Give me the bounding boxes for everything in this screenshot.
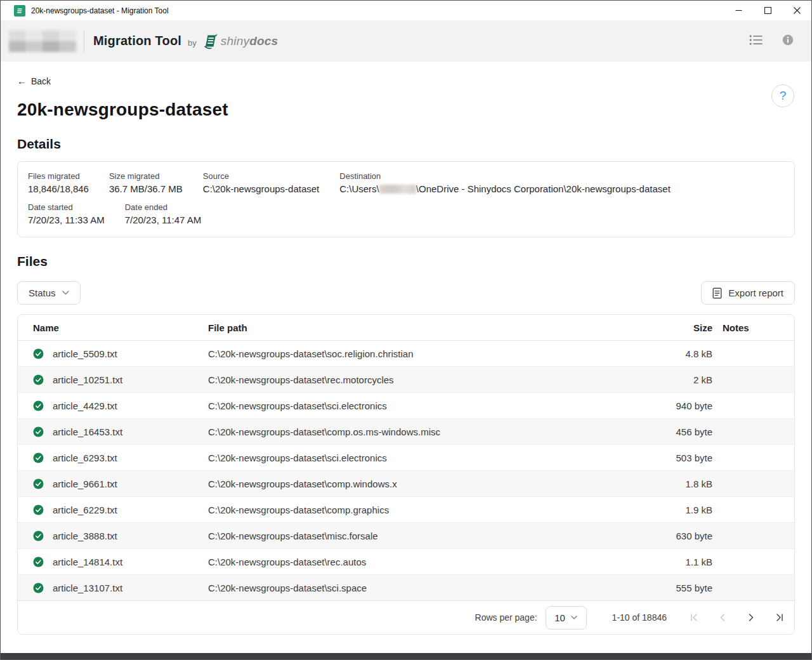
file-size: 1.1 kB [646, 549, 723, 575]
detail-files-migrated: Files migrated 18,846/18,846 [28, 171, 89, 194]
status-filter-dropdown[interactable]: Status [17, 281, 81, 305]
detail-size-migrated: Size migrated 36.7 MB/36.7 MB [109, 171, 183, 194]
file-name: article_3888.txt [53, 531, 117, 541]
app-icon [14, 5, 25, 16]
shinydocs-logo: shinydocs [202, 33, 278, 50]
table-row: article_16453.txt C:\20k-newsgroups-data… [18, 419, 794, 445]
app-title: Migration Tool [93, 34, 181, 48]
files-table-card: Name File path Size Notes [17, 314, 795, 635]
next-page-button[interactable] [745, 611, 757, 624]
file-path: C:\20k-newsgroups-dataset\rec.motorcycle… [208, 367, 646, 393]
file-path: C:\20k-newsgroups-dataset\comp.os.ms-win… [208, 419, 646, 445]
last-page-button[interactable] [773, 611, 786, 624]
rows-per-page-select[interactable]: 10 [546, 606, 587, 630]
file-size: 940 byte [646, 393, 723, 419]
file-path: C:\20k-newsgroups-dataset\sci.space [208, 575, 646, 601]
file-size: 4.8 kB [646, 341, 723, 367]
redacted-username [379, 185, 416, 194]
list-icon[interactable] [749, 34, 763, 48]
app-header: Migration Tool by shinydocs [1, 20, 811, 62]
close-button[interactable] [782, 1, 811, 20]
file-name: article_13107.txt [53, 583, 122, 593]
info-icon[interactable] [782, 34, 794, 48]
success-check-icon [33, 374, 44, 385]
file-size: 630 byte [646, 523, 723, 549]
table-row: article_13107.txt C:\20k-newsgroups-data… [18, 575, 794, 601]
table-row: article_5509.txt C:\20k-newsgroups-datas… [18, 341, 794, 367]
export-report-button[interactable]: Export report [701, 281, 795, 305]
shinydocs-wordmark: shinydocs [221, 34, 278, 48]
help-button[interactable]: ? [771, 84, 794, 107]
file-notes [723, 393, 794, 419]
success-check-icon [33, 452, 44, 463]
details-card: Files migrated 18,846/18,846 Size migrat… [17, 161, 795, 237]
back-link[interactable]: ← Back [17, 76, 51, 86]
table-row: article_3888.txt C:\20k-newsgroups-datas… [18, 523, 794, 549]
file-name: article_14814.txt [53, 557, 122, 567]
detail-destination: Destination C:\Users\\OneDrive - Shinydo… [339, 171, 671, 194]
file-size: 456 byte [646, 419, 723, 445]
first-page-button[interactable] [688, 611, 700, 624]
success-check-icon [33, 531, 44, 541]
export-report-label: Export report [728, 287, 783, 298]
file-notes [723, 445, 794, 471]
question-mark-icon: ? [780, 89, 787, 103]
header-divider [84, 30, 84, 53]
file-size: 503 byte [646, 445, 723, 471]
success-check-icon [33, 426, 44, 437]
file-path: C:\20k-newsgroups-dataset\comp.windows.x [208, 471, 646, 497]
file-notes [723, 419, 794, 445]
back-label: Back [31, 76, 51, 86]
file-name: article_16453.txt [53, 426, 122, 437]
page-title: 20k-newsgroups-dataset [17, 100, 795, 120]
file-notes [723, 523, 794, 549]
file-notes [723, 549, 794, 575]
file-name: article_9661.txt [53, 478, 117, 489]
by-label: by [188, 38, 197, 48]
file-size: 1.9 kB [646, 497, 723, 523]
file-name: article_5509.txt [53, 348, 117, 359]
pagination-range-label: 1-10 of 18846 [612, 612, 667, 623]
file-notes [723, 471, 794, 497]
success-check-icon [33, 478, 44, 489]
column-header-size: Size [646, 315, 723, 341]
file-name: article_4429.txt [53, 400, 117, 411]
app-window: 20k-newsgroups-dataset - Migration Tool … [0, 0, 812, 660]
column-header-path: File path [208, 315, 646, 341]
table-row: article_6229.txt C:\20k-newsgroups-datas… [18, 497, 794, 523]
file-name: article_6229.txt [53, 505, 117, 515]
success-check-icon [33, 505, 44, 515]
file-size: 555 byte [646, 575, 723, 601]
maximize-button[interactable] [753, 1, 782, 20]
main-content: ← Back ? 20k-newsgroups-dataset Details … [1, 62, 811, 659]
chevron-down-icon [62, 291, 69, 295]
file-path: C:\20k-newsgroups-dataset\comp.graphics [208, 497, 646, 523]
file-size: 2 kB [646, 367, 723, 393]
files-table: Name File path Size Notes [18, 315, 794, 600]
document-icon [712, 287, 722, 299]
table-row: article_14814.txt C:\20k-newsgroups-data… [18, 549, 794, 575]
files-heading: Files [17, 254, 795, 269]
table-row: article_10251.txt C:\20k-newsgroups-data… [18, 367, 794, 393]
chevron-down-icon [571, 616, 577, 619]
success-check-icon [33, 348, 44, 359]
success-check-icon [33, 400, 44, 411]
table-row: article_6293.txt C:\20k-newsgroups-datas… [18, 445, 794, 471]
file-notes [723, 367, 794, 393]
window-title: 20k-newsgroups-dataset - Migration Tool [31, 6, 724, 15]
shinydocs-logo-icon [202, 33, 219, 50]
detail-date-started: Date started 7/20/23, 11:33 AM [28, 202, 105, 225]
success-check-icon [33, 557, 44, 567]
previous-page-button[interactable] [716, 611, 729, 624]
window-bottom-edge [1, 653, 811, 659]
column-header-name: Name [18, 315, 208, 341]
details-heading: Details [17, 136, 795, 152]
file-path: C:\20k-newsgroups-dataset\misc.forsale [208, 523, 646, 549]
file-notes [723, 341, 794, 367]
table-row: article_4429.txt C:\20k-newsgroups-datas… [18, 393, 794, 419]
minimize-button[interactable] [724, 1, 753, 20]
table-header-row: Name File path Size Notes [18, 315, 794, 341]
file-size: 1.8 kB [646, 471, 723, 497]
file-notes [723, 575, 794, 601]
file-path: C:\20k-newsgroups-dataset\rec.autos [208, 549, 646, 575]
